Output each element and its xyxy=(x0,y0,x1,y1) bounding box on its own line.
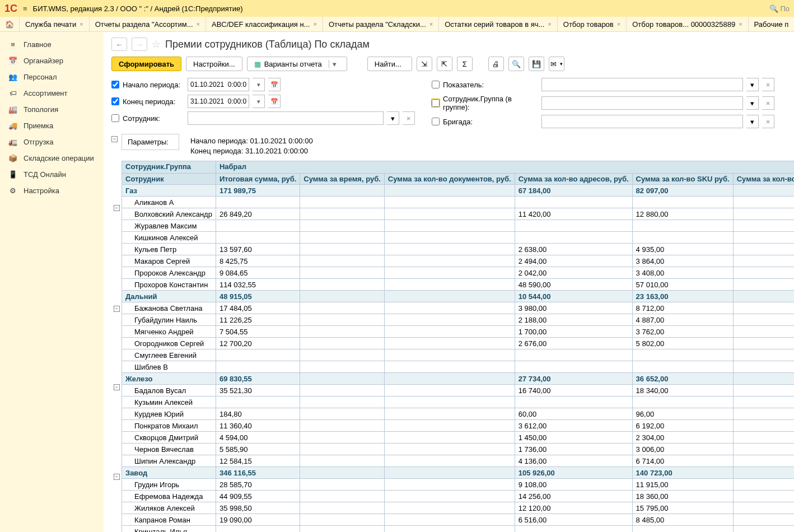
clear-icon[interactable]: × xyxy=(403,111,415,125)
brigade-check[interactable] xyxy=(432,118,440,125)
indicator-check[interactable] xyxy=(432,81,440,88)
table-row[interactable]: Бажанова Светлана17 484,053 980,008 712,… xyxy=(122,302,795,314)
collapse-icon[interactable]: ⇱ xyxy=(437,57,452,71)
close-icon[interactable]: × xyxy=(429,21,433,27)
tab[interactable]: Отбор товаров× xyxy=(558,17,627,31)
search-icon[interactable]: 🔍 По xyxy=(769,4,790,13)
table-row[interactable]: Понкратов Михаил11 360,403 612,006 192,0… xyxy=(122,420,795,432)
table-row[interactable]: Кульев Петр13 597,602 638,004 935,006 02… xyxy=(122,244,795,255)
table-row[interactable]: Ефремова Надежда44 909,5514 256,0018 360… xyxy=(122,491,795,502)
calendar-icon[interactable]: 📅 xyxy=(268,78,281,91)
table-row[interactable]: Пророков Александр9 084,652 042,003 408,… xyxy=(122,267,795,279)
close-icon[interactable]: × xyxy=(739,21,742,27)
sidebar-item[interactable]: 📱ТСД Онлайн xyxy=(0,166,104,183)
chevron-down-icon[interactable]: ▾ xyxy=(746,96,759,110)
table-row[interactable]: Смуглеев Евгений xyxy=(122,349,795,361)
close-icon[interactable]: × xyxy=(548,21,551,27)
clear-icon[interactable]: × xyxy=(762,96,774,110)
end-period-check[interactable] xyxy=(111,97,119,105)
collapse-toggle[interactable]: − xyxy=(114,306,120,312)
group-row[interactable]: Газ171 989,7567 184,0082 097,0022 708,75 xyxy=(122,185,795,197)
close-icon[interactable]: × xyxy=(80,21,83,27)
collapse-toggle[interactable]: − xyxy=(114,205,120,211)
table-row[interactable]: Губайдулин Наиль11 226,252 188,004 887,0… xyxy=(122,314,795,326)
table-row[interactable]: Чернов Вячеслав5 585,901 736,003 006,008… xyxy=(122,444,795,455)
tab[interactable]: ABC/DEF классификация н...× xyxy=(206,17,323,31)
table-row[interactable]: Бадалов Вусал35 521,3016 740,0018 340,00… xyxy=(122,385,795,396)
table-row[interactable]: Огородников Сергей12 700,202 676,005 802… xyxy=(122,338,795,349)
close-icon[interactable]: × xyxy=(617,21,620,27)
nav-back-icon[interactable]: ← xyxy=(111,38,127,51)
start-period-check[interactable] xyxy=(111,81,119,88)
tab[interactable]: Остатки серий товаров в яч...× xyxy=(439,17,558,31)
chevron-down-icon[interactable]: ▾ xyxy=(387,111,399,125)
table-row[interactable]: Волховский Александр26 849,2011 420,0012… xyxy=(122,208,795,220)
table-row[interactable]: Жиляков Алексей35 998,5012 120,0015 795,… xyxy=(122,502,795,514)
employee-check[interactable] xyxy=(111,114,119,122)
favorite-icon[interactable]: ☆ xyxy=(152,38,161,50)
sidebar-item[interactable]: 🚚Приемка xyxy=(0,118,104,134)
sidebar-item[interactable]: ⚙Настройка xyxy=(0,183,104,199)
form-button[interactable]: Сформировать xyxy=(111,57,181,71)
group-row[interactable]: Завод346 116,55105 926,00140 723,0099 46… xyxy=(122,467,795,479)
tab[interactable]: Рабочие п xyxy=(749,17,794,31)
chevron-down-icon[interactable]: ▾ xyxy=(746,115,759,128)
group-check[interactable] xyxy=(432,99,440,107)
brigade-combo[interactable] xyxy=(541,115,743,128)
tab[interactable]: Отчеты раздела "Складски...× xyxy=(323,17,439,31)
table-row[interactable]: Курдяев Юрий184,8060,0096,0028,80 xyxy=(122,408,795,420)
close-icon[interactable]: × xyxy=(313,21,316,27)
table-row[interactable]: Шиблев В xyxy=(122,361,795,373)
collapse-toggle[interactable]: − xyxy=(111,136,118,142)
table-row[interactable]: Капранов Роман19 090,006 516,008 485,004… xyxy=(122,514,795,526)
print-icon[interactable]: 🖨 xyxy=(488,57,504,71)
table-row[interactable]: Аликанов А xyxy=(122,197,795,208)
tab[interactable]: Отчеты раздела "Ассортим...× xyxy=(90,17,206,31)
preview-icon[interactable]: 🔍 xyxy=(508,57,524,71)
table-row[interactable]: Прохоров Константин114 032,5548 590,0057… xyxy=(122,279,795,291)
sidebar-item[interactable]: ≡Главное xyxy=(0,36,104,53)
start-period-input[interactable] xyxy=(188,78,249,91)
find-button[interactable]: Найти... xyxy=(367,57,412,71)
tab[interactable]: Отбор товаров... 00000325889× xyxy=(627,17,748,31)
group-row[interactable]: Дальний48 915,0510 544,0023 163,0015 208… xyxy=(122,291,795,302)
calendar-icon[interactable]: 📅 xyxy=(268,95,281,108)
sidebar-item[interactable]: 👥Персонал xyxy=(0,69,104,85)
sidebar-item[interactable]: 📅Органайзер xyxy=(0,53,104,69)
table-row[interactable]: Кришталь Илья xyxy=(122,526,795,532)
variants-button[interactable]: ▦ Варианты отчета ▾ xyxy=(247,57,347,71)
table-row[interactable]: Кузьмин Алексей xyxy=(122,396,795,408)
clear-icon[interactable]: × xyxy=(762,115,774,128)
employee-combo[interactable] xyxy=(188,111,384,125)
expand-icon[interactable]: ⇲ xyxy=(417,57,432,71)
indicator-combo[interactable] xyxy=(541,78,743,91)
collapse-toggle[interactable]: − xyxy=(114,474,120,480)
date-dd-icon[interactable]: ▾ xyxy=(253,95,265,108)
group-combo[interactable] xyxy=(541,96,743,110)
nav-fwd-icon[interactable]: → xyxy=(132,38,147,51)
menu-icon[interactable]: ≡ xyxy=(23,4,27,13)
save-icon[interactable]: 💾 xyxy=(529,57,544,71)
sidebar-item[interactable]: 🏷Ассортимент xyxy=(0,85,104,101)
sum-icon[interactable]: Σ xyxy=(457,57,473,71)
table-row[interactable]: Скворцов Дмитрий4 594,001 450,002 304,00… xyxy=(122,432,795,444)
group-row[interactable]: Железо69 830,5527 734,0036 652,005 444,5… xyxy=(122,373,795,385)
table-row[interactable]: Журавлев Максим xyxy=(122,220,795,232)
table-row[interactable]: Кишкинов Алексей xyxy=(122,232,795,244)
sidebar-item[interactable]: 🏭Топология xyxy=(0,101,104,118)
collapse-toggle[interactable]: − xyxy=(114,384,120,390)
settings-button[interactable]: Настройки... xyxy=(186,57,242,71)
table-row[interactable]: Шипин Александр12 584,154 136,006 714,00… xyxy=(122,455,795,467)
table-row[interactable]: Мягченко Андрей7 504,551 700,003 762,002… xyxy=(122,326,795,338)
clear-icon[interactable]: × xyxy=(762,78,774,91)
end-period-input[interactable] xyxy=(188,95,249,108)
table-row[interactable]: Грудин Игорь28 585,709 108,0011 915,007 … xyxy=(122,479,795,491)
sidebar-item[interactable]: 📦Складские операции xyxy=(0,150,104,166)
tab[interactable]: Служба печати× xyxy=(20,17,90,31)
chevron-down-icon[interactable]: ▾ xyxy=(746,78,759,91)
close-icon[interactable]: × xyxy=(197,21,200,27)
sidebar-item[interactable]: 🚛Отгрузка xyxy=(0,134,104,150)
table-row[interactable]: Макаров Сергей8 425,752 494,003 864,002 … xyxy=(122,255,795,267)
home-tab[interactable]: 🏠 xyxy=(0,17,20,31)
date-dd-icon[interactable]: ▾ xyxy=(253,78,265,91)
